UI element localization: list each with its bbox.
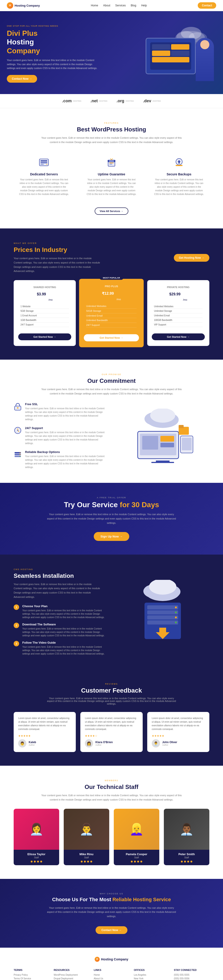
nav-services[interactable]: Services (115, 4, 126, 7)
team-eyebrow: MEMBERS (14, 780, 209, 782)
hero-screen (146, 38, 196, 74)
svg-rect-10 (109, 162, 114, 163)
svg-rect-46 (147, 605, 178, 609)
team-member-1: 👩‍💼 Elissa Taylor Staff (14, 809, 59, 865)
social-icon-11[interactable] (137, 861, 139, 862)
footer-link[interactable]: Terms Of Service (14, 977, 49, 980)
social-icon-4[interactable] (40, 861, 42, 862)
pro-plan-button[interactable]: Get Started Now → (84, 334, 139, 341)
footer-connect: Stay Connected (555) 555-5555 (555) 555-… (174, 969, 209, 980)
step3-desc: Your content goes here. Edit or remove t… (22, 645, 107, 655)
footer-terms-title: Terms (14, 969, 49, 971)
feature-uptime-desc: Your content goes here. Edit or remove t… (86, 178, 138, 196)
support-title: 24/7 Support (25, 426, 107, 430)
social-icon-14[interactable] (184, 861, 186, 862)
footer-grid: Terms Privacy Policy Terms Of Service Re… (14, 969, 209, 980)
social-icon-7[interactable] (87, 861, 89, 862)
commitment-eyebrow: OUR PROMISE (14, 373, 209, 375)
footer-link[interactable]: Home (94, 974, 129, 976)
ssl-icon (14, 402, 22, 410)
svg-rect-13 (109, 161, 114, 161)
step-choose-plan: 1 Choose Your Plan Your content goes her… (14, 605, 107, 619)
commitment-desc: Your content goes here. Edit or remove t… (41, 387, 182, 396)
private-plan-name: Private Hosting (152, 286, 205, 288)
nav-blog[interactable]: Blog (131, 4, 136, 7)
social-icon-2[interactable] (34, 861, 36, 862)
footer-link[interactable]: Privacy Policy (14, 974, 49, 976)
testimonial-1-role: Author (28, 744, 36, 746)
shared-plan-button[interactable]: Get Started Now → (18, 333, 71, 340)
logo-icon: H (7, 2, 13, 9)
devices-illustration (128, 409, 197, 463)
nav-home[interactable]: Home (91, 4, 98, 7)
wordpress-title: Best WordPress Hosting (14, 126, 209, 133)
team-desc: Your content goes here. Edit or remove t… (41, 793, 182, 802)
testimonial-1: Lorem ipsum dolor sit amet, consectetur … (14, 712, 76, 752)
footer-link[interactable]: About Us (94, 977, 129, 980)
footer: H Hosting Company Terms Privacy Policy T… (0, 948, 223, 980)
footer-link[interactable]: Drupal Deployment (54, 977, 89, 980)
nav-help[interactable]: Help (141, 4, 147, 7)
uptime-icon (105, 156, 118, 169)
try-desc: Your content goes here. Edit or remove t… (46, 512, 177, 525)
team-photo-1: 👩‍💼 (14, 809, 59, 850)
server-illustration (128, 580, 197, 644)
svg-point-47 (175, 606, 177, 608)
testimonials-grid: Lorem ipsum dolor sit amet, consectetur … (14, 712, 209, 752)
social-icon-3[interactable] (37, 861, 39, 862)
social-icon-1[interactable] (31, 861, 33, 862)
try-cta-button[interactable]: Sign Up Now → (94, 532, 130, 541)
footer-link[interactable]: WordPress Deployment (54, 974, 89, 976)
testimonial-2-text: Lorem ipsum dolor sit amet, consectetur … (85, 716, 138, 731)
social-icon-5[interactable] (81, 861, 82, 862)
hero-content: ONE STOP FOR ALL YOUR HOSTING NEEDS Divi… (7, 25, 98, 83)
social-icon-15[interactable] (187, 861, 189, 862)
testimonial-3-name: John Oliver (162, 741, 177, 744)
testimonial-1-avatar: 👨 (18, 739, 26, 748)
social-icon-12[interactable] (141, 861, 142, 862)
testimonial-3-role: Author (162, 744, 177, 746)
view-all-services-button[interactable]: View All Services → (95, 207, 128, 215)
seamless-illustration (116, 580, 209, 644)
team-section: MEMBERS Our Technical Staff Your content… (0, 766, 223, 879)
social-icon-10[interactable] (134, 861, 136, 862)
feedback-title: Customer Feedback (14, 687, 209, 694)
footer-resources: Resources WordPress Deployment Drupal De… (54, 969, 89, 980)
svg-point-29 (150, 409, 175, 423)
testimonial-2-avatar: 👩 (85, 739, 93, 748)
social-icon-16[interactable] (190, 861, 192, 862)
social-icon-6[interactable] (84, 861, 86, 862)
seamless-eyebrow: CMS HOSTING (14, 568, 107, 571)
testimonial-1-author: 👨 Kaleb Author (18, 739, 71, 748)
svg-point-53 (175, 622, 177, 624)
svg-rect-6 (41, 162, 47, 163)
private-plan-button[interactable]: Get Started Now → (152, 333, 205, 340)
team-grid: 👩‍💼 Elissa Taylor Staff 👨‍💼 Mike Rinu St… (14, 809, 209, 865)
seamless-section: CMS HOSTING Seamless Installation Your c… (0, 555, 223, 669)
hero-cta-button[interactable]: Contact Now → (7, 75, 37, 83)
choose-cta-button[interactable]: Contact Now → (96, 926, 128, 934)
feature-dedicated: Dedicated Servers Your content goes here… (14, 151, 74, 200)
svg-rect-40 (179, 425, 183, 428)
social-icon-9[interactable] (131, 861, 133, 862)
footer-phone-1[interactable]: (555) 555-5555 (174, 974, 209, 976)
nav-contact-button[interactable]: Contact (198, 2, 216, 9)
footer-link: Los Angeles (134, 974, 169, 976)
get-hosting-button[interactable]: Get Hosting Now → (174, 254, 209, 262)
step2-desc: Your content goes here. Edit or remove t… (22, 627, 107, 637)
social-icon-8[interactable] (90, 861, 92, 862)
wordpress-eyebrow: FEATURES (14, 122, 209, 124)
footer-phone-2[interactable]: (555) 555-5556 (174, 977, 209, 980)
feature-uptime-title: Uptime Guarantee (86, 172, 138, 176)
commitment-ssl: Free SSL Your content goes here. Edit or… (14, 402, 107, 422)
nav-about[interactable]: About (103, 4, 110, 7)
team-title: Our Technical Staff (14, 783, 209, 791)
social-icon-13[interactable] (181, 861, 183, 862)
private-plan-price: $29.99 /mo (152, 290, 205, 301)
svg-point-24 (20, 454, 21, 455)
team-photo-3: 👱‍♀️ (114, 809, 159, 850)
backup-icon (14, 450, 22, 458)
member-1-name: Elissa Taylor (16, 853, 57, 856)
feedback-desc: Your content goes here. Edit or remove t… (46, 697, 177, 705)
nav-links: Home About Services Blog Help (91, 4, 147, 7)
